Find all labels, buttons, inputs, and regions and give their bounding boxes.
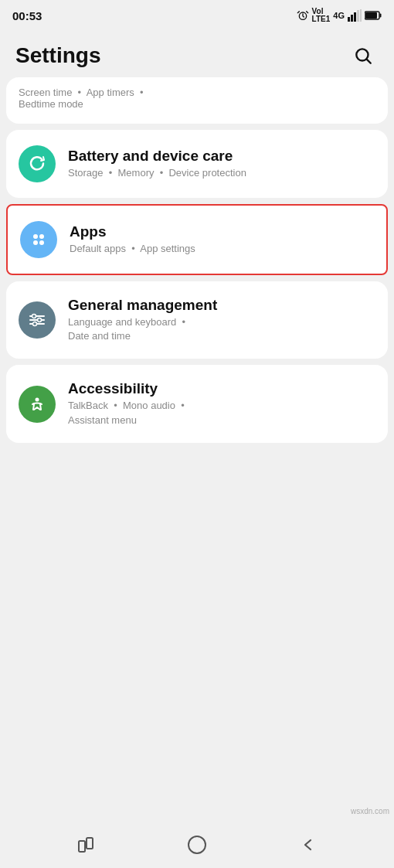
status-bar: 00:53 VolLTE1 4G xyxy=(0,0,394,31)
nav-bar xyxy=(0,822,394,868)
apps-icon-circle xyxy=(20,221,57,258)
recents-button[interactable] xyxy=(65,830,107,859)
screen-time-partial-card: Screen time • App timers • Bedtime mode xyxy=(6,77,388,124)
svg-point-13 xyxy=(39,240,44,245)
general-icon-circle xyxy=(19,301,56,339)
status-icons: VolLTE1 4G xyxy=(297,8,382,23)
battery-item[interactable]: Battery and device care Storage • Memory… xyxy=(6,130,388,198)
battery-title: Battery and device care xyxy=(68,148,375,165)
battery-icon-circle xyxy=(19,145,56,182)
svg-rect-21 xyxy=(79,841,85,852)
4g-icon: 4G xyxy=(333,11,345,20)
general-item[interactable]: General management Language and keyboard… xyxy=(6,281,388,359)
search-button[interactable] xyxy=(348,40,379,71)
svg-rect-5 xyxy=(360,9,362,22)
general-title: General management xyxy=(68,297,375,314)
svg-point-19 xyxy=(33,322,37,326)
watermark: wsxdn.com xyxy=(351,807,389,815)
apps-card[interactable]: Apps Default apps • App settings xyxy=(6,204,388,275)
svg-rect-1 xyxy=(348,17,350,22)
svg-rect-4 xyxy=(357,10,359,22)
svg-point-12 xyxy=(33,240,38,245)
accessibility-card[interactable]: Accessibility TalkBack • Mono audio • As… xyxy=(6,365,388,442)
accessibility-icon-circle xyxy=(19,386,56,423)
battery-card[interactable]: Battery and device care Storage • Memory… xyxy=(6,130,388,198)
svg-point-10 xyxy=(33,234,38,239)
battery-text: Battery and device care Storage • Memory… xyxy=(68,148,375,180)
apps-subtitle: Default apps • App settings xyxy=(70,242,374,256)
svg-point-20 xyxy=(36,397,39,401)
svg-point-11 xyxy=(39,234,44,239)
battery-subtitle: Storage • Memory • Device protection xyxy=(68,166,375,180)
apps-title: Apps xyxy=(70,223,374,240)
general-text: General management Language and keyboard… xyxy=(68,297,375,343)
home-button[interactable] xyxy=(175,829,219,861)
accessibility-title: Accessibility xyxy=(68,380,375,397)
status-time: 00:53 xyxy=(12,9,42,22)
svg-rect-7 xyxy=(380,14,382,18)
general-subtitle: Language and keyboard • Date and time xyxy=(68,315,375,343)
screen-time-subtitle: Screen time • App timers • Bedtime mode xyxy=(19,87,375,110)
settings-list: Screen time • App timers • Bedtime mode … xyxy=(0,77,394,822)
signal-icon xyxy=(348,9,362,22)
battery-icon xyxy=(365,11,382,20)
svg-rect-3 xyxy=(354,12,356,22)
app-header: Settings xyxy=(0,31,394,77)
svg-point-17 xyxy=(32,315,36,318)
accessibility-item[interactable]: Accessibility TalkBack • Mono audio • As… xyxy=(6,365,388,442)
svg-point-23 xyxy=(189,836,205,853)
accessibility-text: Accessibility TalkBack • Mono audio • As… xyxy=(68,380,375,427)
apps-text: Apps Default apps • App settings xyxy=(70,223,374,256)
svg-rect-2 xyxy=(351,15,353,22)
svg-rect-8 xyxy=(365,12,377,19)
apps-item[interactable]: Apps Default apps • App settings xyxy=(8,206,386,274)
alarm-icon xyxy=(297,9,309,22)
page-title: Settings xyxy=(15,43,100,68)
volte-icon: VolLTE1 xyxy=(312,8,331,23)
general-card[interactable]: General management Language and keyboard… xyxy=(6,281,388,359)
back-button[interactable] xyxy=(287,830,329,859)
svg-point-18 xyxy=(38,318,42,322)
accessibility-subtitle: TalkBack • Mono audio • Assistant menu xyxy=(68,399,375,427)
svg-rect-22 xyxy=(87,838,93,849)
